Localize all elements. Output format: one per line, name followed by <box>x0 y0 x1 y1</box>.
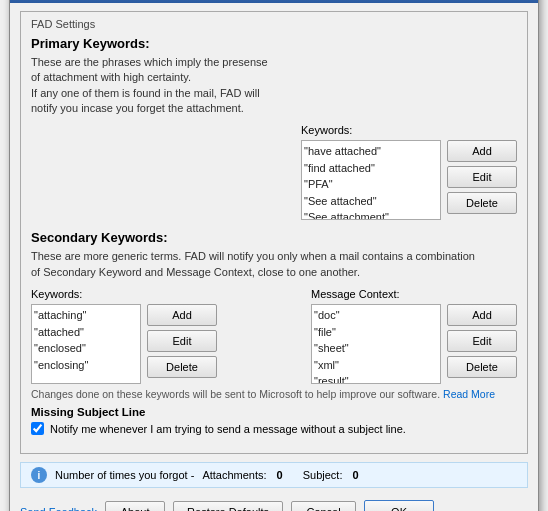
attachments-label: Attachments: <box>202 469 266 481</box>
missing-subject-checkbox-row: Notify me whenever I am trying to send a… <box>31 422 517 435</box>
footer-bar: Send Feedback About Restore Defaults Can… <box>20 496 528 511</box>
list-item[interactable]: "attaching" <box>34 307 138 324</box>
context-btn-group: Add Edit Delete <box>447 304 517 378</box>
missing-subject-checkbox-label: Notify me whenever I am trying to send a… <box>50 423 406 435</box>
info-bar: i Number of times you forgot - Attachmen… <box>20 462 528 488</box>
ok-button[interactable]: OK <box>364 500 434 511</box>
secondary-btn-group: Add Edit Delete <box>147 304 217 378</box>
subject-count: 0 <box>352 469 358 481</box>
context-delete-button[interactable]: Delete <box>447 356 517 378</box>
list-item[interactable]: "find attached" <box>304 160 438 177</box>
context-list[interactable]: "doc" "file" "sheet" "xml" "result" "not… <box>311 304 441 384</box>
missing-subject-label: Missing Subject Line <box>31 406 517 418</box>
main-content: FAD Settings Primary Keywords: These are… <box>10 3 538 511</box>
primary-desc-line4: notify you incase you forget the attachm… <box>31 102 244 114</box>
secondary-keywords-list[interactable]: "attaching" "attached" "enclosed" "enclo… <box>31 304 141 384</box>
list-item[interactable]: "enclosing" <box>34 357 138 374</box>
secondary-section-desc: These are more generic terms. FAD will n… <box>31 249 517 280</box>
list-item[interactable]: "attached" <box>34 324 138 341</box>
secondary-keywords-col: Keywords: "attaching" "attached" "enclos… <box>31 288 141 384</box>
subject-label: Subject: <box>303 469 343 481</box>
primary-keywords-group: Keywords: "have attached" "find attached… <box>301 124 517 220</box>
secondary-keywords-label: Keywords: <box>31 288 141 300</box>
secondary-add-button[interactable]: Add <box>147 304 217 326</box>
primary-row: Keywords: "have attached" "find attached… <box>31 124 517 220</box>
context-add-button[interactable]: Add <box>447 304 517 326</box>
primary-desc-line2: of attachment with high certainty. <box>31 71 191 83</box>
primary-add-button[interactable]: Add <box>447 140 517 162</box>
primary-edit-button[interactable]: Edit <box>447 166 517 188</box>
secondary-edit-button[interactable]: Edit <box>147 330 217 352</box>
cancel-button[interactable]: Cancel <box>291 501 356 511</box>
info-icon: i <box>31 467 47 483</box>
list-item[interactable]: "result" <box>314 373 438 384</box>
list-item[interactable]: "doc" <box>314 307 438 324</box>
list-item[interactable]: "See attached" <box>304 193 438 210</box>
secondary-delete-button[interactable]: Delete <box>147 356 217 378</box>
missing-subject-checkbox[interactable] <box>31 422 44 435</box>
list-item[interactable]: "file" <box>314 324 438 341</box>
secondary-section-label: Secondary Keywords: <box>31 230 517 245</box>
list-item[interactable]: "xml" <box>314 357 438 374</box>
secondary-row: Keywords: "attaching" "attached" "enclos… <box>31 288 517 384</box>
primary-desc-line3: If any one of them is found in the mail,… <box>31 87 260 99</box>
list-item[interactable]: "sheet" <box>314 340 438 357</box>
primary-desc-line1: These are the phrases which imply the pr… <box>31 56 268 68</box>
primary-section-label: Primary Keywords: <box>31 36 517 51</box>
primary-delete-button[interactable]: Delete <box>447 192 517 214</box>
missing-subject-section: Missing Subject Line Notify me whenever … <box>31 406 517 435</box>
list-item[interactable]: "enclosed" <box>34 340 138 357</box>
fad-settings-group: FAD Settings Primary Keywords: These are… <box>20 11 528 454</box>
list-item[interactable]: "have attached" <box>304 143 438 160</box>
primary-section-desc: These are the phrases which imply the pr… <box>31 55 517 117</box>
list-item[interactable]: "See attachment" <box>304 209 438 220</box>
attachments-count: 0 <box>277 469 283 481</box>
group-box-title: FAD Settings <box>31 18 517 30</box>
list-item[interactable]: "PFA" <box>304 176 438 193</box>
context-edit-button[interactable]: Edit <box>447 330 517 352</box>
primary-btn-group: Add Edit Delete <box>447 140 517 214</box>
about-button[interactable]: About <box>105 501 165 511</box>
main-window: ! Forgotten Attachment Detector ✕ FAD Se… <box>9 0 539 511</box>
context-col: Message Context: "doc" "file" "sheet" "x… <box>311 288 441 384</box>
changes-note: Changes done on these keywords will be s… <box>31 388 517 400</box>
primary-keywords-list[interactable]: "have attached" "find attached" "PFA" "S… <box>301 140 441 220</box>
context-row: Message Context: "doc" "file" "sheet" "x… <box>311 288 517 384</box>
primary-keywords-label: Keywords: <box>301 124 517 136</box>
context-label: Message Context: <box>311 288 441 300</box>
read-more-link[interactable]: Read More <box>443 388 495 400</box>
info-text: Number of times you forgot - <box>55 469 194 481</box>
send-feedback-link[interactable]: Send Feedback <box>20 506 97 511</box>
restore-defaults-button[interactable]: Restore Defaults <box>173 501 283 511</box>
